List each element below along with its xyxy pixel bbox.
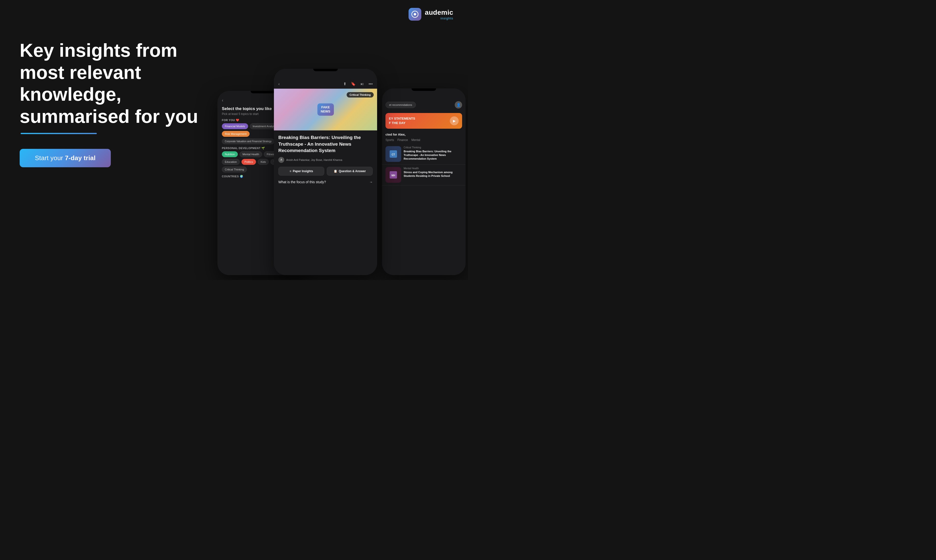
tab-sports[interactable]: Sports	[385, 138, 394, 142]
selected-for-text: cted for Alex,	[382, 131, 465, 137]
article-mini-category-2: Mental Health	[403, 167, 462, 170]
tab-finance[interactable]: Finance	[397, 138, 408, 142]
phone1-notch	[251, 91, 275, 93]
play-icon[interactable]: ⏯	[360, 82, 364, 86]
qa-label: Question & Answer	[339, 169, 366, 173]
tag-critical-thinking[interactable]: Critical Thinking	[222, 166, 247, 172]
arrow-icon[interactable]: →	[369, 180, 373, 184]
qa-icon: 📋	[334, 169, 337, 173]
paper-insights-label: Paper Insights	[293, 169, 313, 173]
hero-section: Key insights from most relevant knowledg…	[20, 39, 216, 167]
article-mini-1: CT Critical Thinking Breaking Bias Barri…	[382, 144, 465, 165]
article-body: Breaking Bias Barriers: Unveiling the Tr…	[274, 131, 377, 188]
svg-text:CT: CT	[392, 153, 395, 156]
tab-mental[interactable]: Mental	[411, 138, 420, 142]
phone2-back-icon[interactable]: ‹	[278, 82, 280, 86]
hero-title: Key insights from most relevant knowledg…	[20, 39, 216, 128]
cta-bold: 7-day trial	[65, 154, 95, 162]
phone-recommendations: et recommndations 👤 EY STATEMENTSF THE D…	[382, 88, 465, 275]
logo-sub: insights	[425, 17, 453, 20]
tag-nutrition[interactable]: Nutrition	[222, 151, 238, 157]
tag-corporate-valuation[interactable]: Corporate Valuation and Financial Strate…	[222, 138, 274, 144]
article-mini-info-2: Mental Health Stress and Coping Mechanis…	[403, 167, 462, 178]
phone2-topbar: ‹ ⬆ 🔖 ⏯ •••	[274, 69, 377, 89]
phone3-notch	[411, 88, 436, 91]
svg-point-1	[414, 13, 416, 15]
fake-news-box: FAKENEWS	[317, 103, 334, 116]
logo-name: audemic	[425, 9, 453, 17]
article-authors: A Anish Anil Patankar, Joy Bose, Harshit…	[278, 157, 373, 163]
author-avatar: A	[278, 157, 284, 163]
phone2-screen: ‹ ⬆ 🔖 ⏯ ••• FAKENEWS Critical Thinking B…	[274, 69, 377, 275]
logo-icon	[408, 8, 421, 21]
author-text: Anish Anil Patankar, Joy Bose, Harshit K…	[286, 158, 342, 162]
key-statements-banner[interactable]: EY STATEMENTSF THE DAY ▶	[385, 113, 462, 129]
share-icon[interactable]: ⬆	[343, 82, 346, 86]
question-label: What is the focus of this study?	[278, 180, 326, 184]
phone3-topbar: et recommndations 👤	[382, 88, 465, 111]
critical-thinking-badge: Critical Thinking	[346, 92, 374, 97]
tag-risk-management[interactable]: Risk Management	[222, 131, 249, 137]
phone2-topbar-icons: ⬆ 🔖 ⏯ •••	[343, 82, 373, 86]
tag-kids[interactable]: Kids	[258, 159, 269, 165]
article-image: FAKENEWS Critical Thinking	[274, 89, 377, 131]
profile-icon[interactable]: 👤	[455, 101, 462, 109]
tag-politics[interactable]: Politics	[242, 159, 256, 165]
article-mini-category-1: Critical Thinking	[403, 146, 462, 149]
rec-pill[interactable]: et recommndations	[385, 102, 416, 108]
play-button[interactable]: ▶	[450, 117, 459, 125]
more-icon[interactable]: •••	[368, 82, 373, 86]
key-statements-text: EY STATEMENTSF THE DAY	[389, 117, 415, 125]
svg-text:MH: MH	[391, 174, 395, 177]
tag-education[interactable]: Education	[222, 159, 240, 165]
tag-mental-health[interactable]: Mental Health	[240, 151, 262, 157]
question-text: What is the focus of this study? →	[278, 180, 373, 184]
article-actions: ≡ Paper Insights 📋 Question & Answer	[278, 167, 373, 175]
article-mini-2: MH Mental Health Stress and Coping Mecha…	[382, 165, 465, 185]
phone2-notch	[313, 69, 338, 71]
logo-text-wrap: audemic insights	[425, 9, 453, 20]
article-mini-info-1: Critical Thinking Breaking Bias Barriers…	[403, 146, 462, 161]
phone3-screen: et recommndations 👤 EY STATEMENTSF THE D…	[382, 88, 465, 275]
article-mini-title-1: Breaking Bias Barriers: Unveiling the Tr…	[403, 149, 462, 161]
question-answer-button[interactable]: 📋 Question & Answer	[327, 167, 373, 175]
topic-tabs: Sports Finance Mental	[382, 137, 465, 144]
article-mini-title-2: Stress and Coping Mechanism among Studen…	[403, 171, 462, 178]
article-mini-thumb-1: CT	[385, 146, 401, 162]
cta-button[interactable]: Start your 7-day trial	[20, 149, 111, 167]
paper-insights-button[interactable]: ≡ Paper Insights	[278, 167, 324, 175]
article-title: Breaking Bias Barriers: Unveiling the Tr…	[278, 134, 373, 154]
cta-prefix: Start your	[35, 154, 65, 162]
paper-icon: ≡	[289, 169, 291, 173]
article-mini-thumb-2: MH	[385, 167, 401, 183]
bookmark-icon[interactable]: 🔖	[351, 82, 356, 86]
phones-container: ‹ Select the topics you like Pick at lea…	[198, 59, 468, 280]
hero-underline	[21, 133, 97, 134]
phone-article-detail: ‹ ⬆ 🔖 ⏯ ••• FAKENEWS Critical Thinking B…	[274, 69, 377, 275]
tag-financial-models[interactable]: Financial Models	[222, 123, 248, 129]
header: audemic insights	[408, 8, 453, 21]
